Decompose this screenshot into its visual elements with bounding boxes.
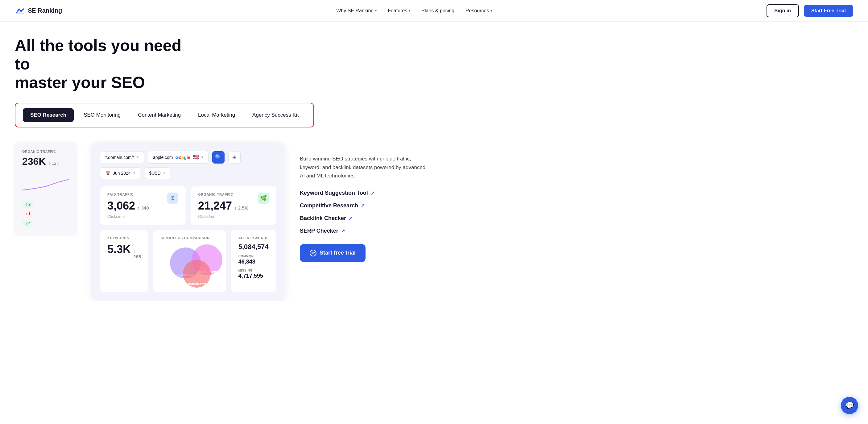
mini-card-label: ORGANIC TRAFFIC: [22, 150, 69, 153]
mini-chart: [22, 175, 69, 193]
right-info: Build winning SEO strategies with unique…: [300, 142, 429, 262]
paid-traffic-card: PAID TRAFFIC 3,062 ↑ 348 Clicks/mo $: [100, 186, 186, 225]
calendar-icon: 📅: [105, 171, 111, 176]
main-content: All the tools you need to master your SE…: [0, 22, 444, 301]
chevron-icon: ▾: [375, 9, 377, 12]
content-area: ORGANIC TRAFFIC 236K ↑ 12K ↑ 2 ↓ 1 ↑ 4 *: [15, 142, 429, 301]
keyword-suggestion-link[interactable]: Keyword Suggestion Tool ↗: [300, 190, 429, 196]
nav-features[interactable]: Features ▾: [388, 8, 410, 13]
paid-traffic-sub: Clicks/mo: [107, 214, 149, 219]
domain-selector[interactable]: *.domain.com/* ▾: [100, 152, 144, 163]
caret-icon: ▾: [137, 155, 139, 159]
logo-text: SE Ranking: [28, 7, 62, 14]
sign-in-button[interactable]: Sign in: [767, 4, 799, 17]
tab-seo-monitoring[interactable]: SEO Monitoring: [76, 108, 128, 122]
mini-card-value: 236K ↑ 12K: [22, 156, 69, 167]
tab-seo-research[interactable]: SEO Research: [23, 108, 74, 122]
serp-checker-link[interactable]: SERP Checker ↗: [300, 228, 429, 234]
competitive-research-link[interactable]: Competitive Research ↗: [300, 203, 429, 209]
table-icon: ⊞: [232, 154, 236, 160]
venn-circle-android: android.com: [183, 260, 211, 287]
all-kw-value: 5,084,574: [239, 243, 269, 251]
keywords-card: KEYWORDS 5.3K ↑ 265: [100, 230, 148, 292]
organic-traffic-card: ORGANIC TRAFFIC 21,247 ↑ 2.5K Clicks/mo …: [191, 186, 276, 225]
backlink-checker-link[interactable]: Backlink Checker ↗: [300, 215, 429, 221]
dollar-icon: $: [167, 192, 178, 204]
chevron-icon: ▾: [491, 9, 492, 12]
arrow-icon: ↗: [348, 215, 352, 221]
badge-up-2: ↑ 2: [22, 201, 34, 208]
dash-toolbar: *.domain.com/* ▾ apple.com Google 🇺🇸 ▾ 🔍…: [100, 151, 276, 179]
start-free-trial-button[interactable]: 👁 Start free trial: [300, 244, 366, 262]
keyword-stats: 5,084,574 COMMON 46,848 MISSING 4,717,59…: [239, 243, 269, 279]
badge-down-1: ↓ 1: [22, 210, 34, 217]
currency-selector[interactable]: $USD ▾: [144, 167, 170, 179]
nav-why[interactable]: Why SE Ranking ▾: [336, 8, 377, 13]
badge-up-4: ↑ 4: [22, 220, 34, 227]
keywords-label: KEYWORDS: [107, 236, 141, 240]
date-selector[interactable]: 📅 Jun 2024 ▾: [100, 167, 141, 179]
paid-traffic-value: 3,062 ↑ 348: [107, 199, 149, 212]
hero-title: All the tools you need to master your SE…: [15, 36, 188, 92]
flag-icon: 🇺🇸: [193, 154, 199, 160]
big-cards: KEYWORDS 5.3K ↑ 265 SEMANTICS COMPARISON…: [100, 230, 276, 292]
all-keywords-label: ALL KEYWORDS: [239, 236, 269, 240]
caret-icon: ▾: [163, 171, 165, 175]
tab-local-marketing[interactable]: Local Marketing: [191, 108, 243, 122]
right-description: Build winning SEO strategies with unique…: [300, 155, 429, 180]
tab-agency-success[interactable]: Agency Success Kit: [245, 108, 306, 122]
chevron-icon: ▾: [409, 9, 410, 12]
tabs-container: SEO Research SEO Monitoring Content Mark…: [15, 103, 314, 127]
semantics-label: SEMANTICS COMPARISON: [161, 236, 219, 240]
mini-badges: ↑ 2 ↓ 1 ↑ 4: [22, 201, 69, 227]
eye-icon: 👁: [310, 250, 316, 256]
caret-icon: ▾: [202, 155, 203, 159]
all-kw-row: 5,084,574: [239, 243, 269, 251]
search-icon: 🔍: [215, 154, 222, 161]
venn-diagram: apple.com microsoft.com android.com: [161, 243, 219, 286]
competitor-selector[interactable]: apple.com Google 🇺🇸 ▾: [148, 151, 209, 163]
arrow-icon: ↗: [341, 228, 345, 234]
metric-grid: PAID TRAFFIC 3,062 ↑ 348 Clicks/mo $: [100, 186, 276, 225]
navbar: SE Ranking Why SE Ranking ▾ Features ▾ P…: [0, 0, 868, 22]
nav-plans[interactable]: Plans & pricing: [421, 8, 454, 13]
missing-value: 4,717,595: [239, 273, 269, 279]
common-label: COMMON: [239, 254, 269, 258]
logo-icon: [15, 6, 25, 16]
organic-traffic-value: 21,247 ↑ 2.5K: [198, 199, 248, 212]
paid-traffic-label: PAID TRAFFIC: [107, 192, 149, 196]
table-icon-button[interactable]: ⊞: [228, 151, 241, 163]
logo[interactable]: SE Ranking: [15, 6, 62, 16]
nav-links: Why SE Ranking ▾ Features ▾ Plans & pric…: [336, 8, 492, 13]
common-kw-row: COMMON 46,848: [239, 254, 269, 265]
leaf-icon: 🌿: [258, 192, 269, 204]
caret-icon: ▾: [133, 171, 135, 175]
common-value: 46,848: [239, 259, 269, 265]
missing-label: MISSING: [239, 269, 269, 272]
semantics-card: SEMANTICS COMPARISON apple.com microsoft…: [153, 230, 226, 292]
nav-actions: Sign in Start Free Trial: [767, 4, 853, 17]
tab-content-marketing[interactable]: Content Marketing: [130, 108, 188, 122]
start-free-trial-nav-button[interactable]: Start Free Trial: [804, 5, 853, 17]
arrow-icon: ↗: [370, 190, 374, 196]
missing-kw-row: MISSING 4,717,595: [239, 269, 269, 279]
nav-resources[interactable]: Resources ▾: [465, 8, 492, 13]
organic-traffic-label: ORGANIC TRAFFIC: [198, 192, 248, 196]
all-keywords-card: ALL KEYWORDS 5,084,574 COMMON 46,848 MIS…: [231, 230, 276, 292]
google-logo: Google: [176, 155, 190, 160]
left-mini-card: ORGANIC TRAFFIC 236K ↑ 12K ↑ 2 ↓ 1 ↑ 4: [15, 142, 76, 234]
arrow-icon: ↗: [361, 203, 365, 209]
organic-traffic-sub: Clicks/mo: [198, 214, 248, 219]
keywords-value: 5.3K ↑ 265: [107, 243, 141, 259]
dashboard-card: *.domain.com/* ▾ apple.com Google 🇺🇸 ▾ 🔍…: [91, 142, 285, 301]
search-button[interactable]: 🔍: [212, 151, 224, 163]
